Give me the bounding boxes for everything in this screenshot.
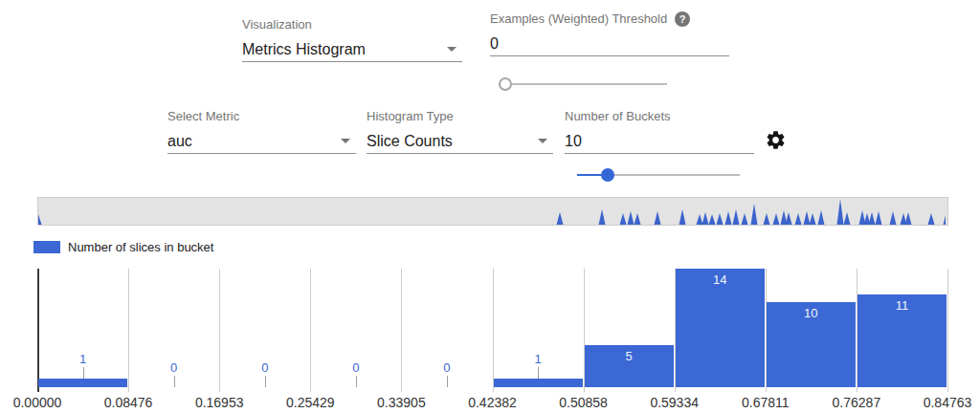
histogram-type-value: Slice Counts	[367, 133, 453, 149]
legend-swatch	[33, 241, 60, 253]
x-tick-label: 0.33905	[368, 395, 434, 410]
y-axis-line	[37, 269, 39, 392]
chevron-down-icon	[341, 139, 350, 143]
bar-value-label: 1	[517, 352, 559, 366]
select-metric-value: auc	[167, 133, 192, 149]
chart-legend: Number of slices in bucket	[33, 240, 213, 254]
histogram-type-dropdown[interactable]: Slice Counts	[367, 131, 553, 154]
chevron-down-icon	[447, 47, 457, 52]
x-tick-label: 0.08476	[95, 395, 162, 410]
settings-gear-icon[interactable]	[765, 129, 787, 151]
histogram-type-label: Histogram Type	[367, 109, 553, 124]
bar-value-label: 0	[244, 360, 286, 375]
x-tick-label: 0.50858	[550, 395, 617, 410]
histogram-bar[interactable]	[494, 379, 583, 387]
threshold-slider[interactable]	[499, 77, 667, 91]
select-metric-field: Select Metric auc	[167, 109, 356, 154]
x-tick-label: 0.84763	[914, 395, 980, 410]
annotation-stem	[356, 376, 357, 387]
annotation-stem	[174, 376, 175, 387]
metric-overview-strip[interactable]	[37, 197, 948, 226]
threshold-value: 0	[490, 35, 499, 52]
legend-label: Number of slices in bucket	[68, 240, 213, 254]
threshold-input[interactable]: 0	[490, 33, 729, 56]
bar-value-label: 0	[153, 360, 195, 375]
bar-value-label: 0	[426, 360, 468, 375]
bar-value-label: 1	[62, 352, 104, 366]
bar-value-label: 5	[608, 349, 650, 363]
x-tick-label: 0.00000	[4, 395, 71, 410]
annotation-stem	[447, 376, 448, 387]
histogram-type-field: Histogram Type Slice Counts	[367, 109, 553, 154]
x-tick-label: 0.25429	[277, 395, 344, 410]
num-buckets-field: Number of Buckets 10	[565, 109, 754, 154]
x-tick-label: 0.42382	[459, 395, 526, 410]
chevron-down-icon	[538, 139, 547, 143]
slice-counts-histogram: 0.000000.084760.169530.254290.339050.423…	[0, 269, 980, 413]
annotation-stem	[265, 376, 266, 387]
bar-value-label: 14	[699, 272, 741, 287]
bar-value-label: 0	[335, 360, 377, 375]
select-metric-dropdown[interactable]: auc	[167, 131, 356, 154]
gridline	[947, 269, 948, 392]
bar-value-label: 10	[790, 306, 832, 320]
visualization-label: Visualization	[242, 17, 462, 33]
gridline	[128, 269, 129, 392]
select-metric-label: Select Metric	[167, 109, 356, 124]
num-buckets-input[interactable]: 10	[565, 131, 754, 154]
bar-value-label: 11	[880, 298, 923, 313]
density-spikes	[38, 198, 946, 225]
buckets-slider[interactable]	[577, 168, 740, 182]
num-buckets-value: 10	[565, 133, 582, 149]
histogram-bar[interactable]	[38, 379, 127, 387]
annotation-stem	[538, 367, 539, 379]
visualization-value: Metrics Histogram	[242, 41, 366, 57]
threshold-slider-thumb[interactable]	[499, 77, 512, 91]
threshold-slider-track[interactable]	[499, 83, 667, 85]
x-tick-label: 0.16953	[186, 395, 253, 410]
tfma-metrics-histogram-view: Visualization Metrics Histogram Examples…	[0, 0, 980, 413]
visualization-dropdown[interactable]: Metrics Histogram	[242, 39, 462, 62]
help-icon[interactable]: ?	[675, 11, 690, 27]
gridline	[493, 269, 494, 392]
gridline	[401, 269, 402, 392]
gridline	[310, 269, 311, 392]
x-tick-label: 0.59334	[641, 395, 708, 410]
visualization-field: Visualization Metrics Histogram	[242, 17, 462, 62]
buckets-slider-thumb[interactable]	[601, 168, 614, 182]
threshold-field: Examples (Weighted) Threshold ? 0	[490, 11, 729, 56]
annotation-stem	[83, 367, 84, 379]
num-buckets-label: Number of Buckets	[565, 109, 754, 124]
x-tick-label: 0.76287	[823, 395, 890, 410]
threshold-label: Examples (Weighted) Threshold	[490, 11, 667, 27]
gridline	[219, 269, 220, 392]
x-tick-label: 0.67811	[732, 395, 799, 410]
